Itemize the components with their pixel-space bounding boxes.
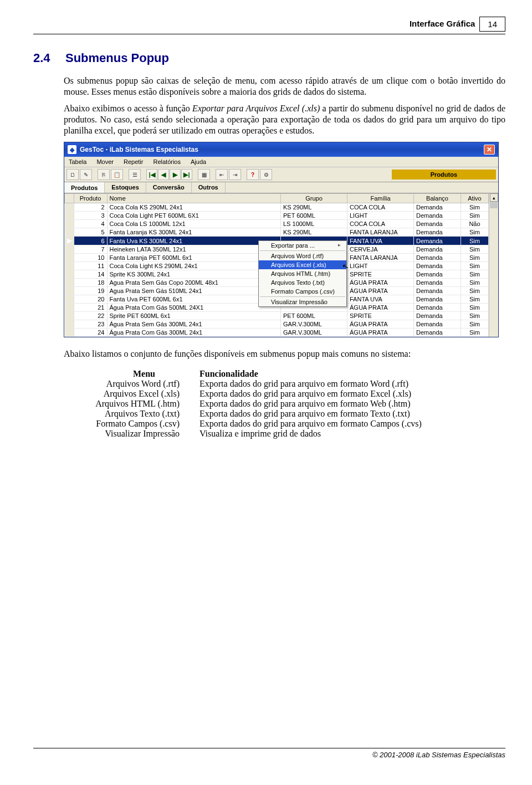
app-title: GesToc - iLab Sistemas Especialistas — [80, 146, 198, 153]
function-table: Menu Funcionalidade Arquivos Word (.rtf)… — [89, 369, 505, 439]
func-row: Arquivos HTML (.htm)Exporta dados do gri… — [89, 399, 505, 409]
context-visualizar[interactable]: Visualizar Impressão — [259, 297, 346, 306]
nav-first-icon[interactable]: |◀ — [146, 169, 157, 180]
table-row[interactable]: 24Água Prata Com Gás 300ML 24x1GAR.V.300… — [65, 329, 489, 337]
header-rule — [33, 34, 505, 34]
tool-new-icon[interactable]: 🗋 — [66, 169, 79, 180]
tool-indent-left-icon[interactable]: ⇤ — [216, 169, 228, 180]
section-title: Submenus Popup — [65, 51, 169, 65]
menubar: Tabela Mover Repetir Relatórios Ajuda — [64, 157, 498, 167]
toolbar: 🗋 ✎ ⎘ 📋 ☰ |◀ ◀ ▶ ▶| ▦ ⇤ ⇥ ? ⚙ Produtos — [64, 167, 498, 182]
nav-buttons: |◀ ◀ ▶ ▶| — [146, 169, 192, 180]
context-item[interactable]: Arquivos Texto (.txt) — [259, 278, 346, 287]
tool-indent-right-icon[interactable]: ⇥ — [229, 169, 241, 180]
table-row[interactable]: 23Água Prata Sem Gás 300ML 24x1GAR.V.300… — [65, 320, 489, 329]
table-row[interactable]: 22Sprite PET 600ML 6x1PET 600MLSPRITEDem… — [65, 312, 489, 320]
col-familia[interactable]: Família — [347, 194, 414, 203]
context-item[interactable]: Arquivos Word (.rtf) — [259, 252, 346, 260]
col-marker — [65, 194, 74, 203]
col-produto[interactable]: Produto — [74, 194, 107, 203]
footer: © 2001-2008 iLab Sistemas Especialistas — [33, 748, 505, 759]
close-button[interactable]: ✕ — [484, 145, 495, 155]
titlebar: ◆ GesToc - iLab Sistemas Especialistas ✕ — [64, 142, 498, 157]
menu-tabela[interactable]: Tabela — [66, 158, 89, 166]
func-row: Arquivos Texto (.txt)Exporta dados do gr… — [89, 409, 505, 419]
func-row: Arquivos Word (.rtf)Exporta dados do gri… — [89, 379, 505, 389]
col-balanco[interactable]: Balanço — [414, 194, 461, 203]
table-row[interactable]: 2Coca Cola KS 290ML 24x1KS 290MLCOCA COL… — [65, 203, 489, 212]
nav-next-icon[interactable]: ▶ — [170, 169, 181, 180]
context-item[interactable]: Arquivos Excel (.xls) — [259, 260, 346, 269]
tool-grid-icon[interactable]: ▦ — [198, 169, 210, 180]
menu-repetir[interactable]: Repetir — [121, 158, 145, 166]
vertical-scrollbar[interactable]: ▴ — [489, 193, 498, 337]
context-item[interactable]: Formato Campos (.csv) — [259, 287, 346, 296]
func-row: Arquivos Excel (.xls)Exporta dados do gr… — [89, 389, 505, 399]
nav-last-icon[interactable]: ▶| — [181, 169, 192, 180]
tool-paste-icon[interactable]: 📋 — [111, 169, 123, 180]
tabs: Produtos Estoques Conversão Outros — [64, 182, 498, 193]
data-grid[interactable]: Produto Nome Grupo Família Balanço Ativo… — [64, 193, 498, 337]
section-heading: 2.4 Submenus Popup — [33, 51, 505, 65]
tool-settings-icon[interactable]: ⚙ — [260, 169, 272, 180]
tab-estoques[interactable]: Estoques — [105, 182, 146, 193]
menu-mover[interactable]: Mover — [94, 158, 116, 166]
tool-edit-icon[interactable]: ✎ — [80, 169, 92, 180]
app-icon: ◆ — [68, 145, 76, 154]
section-number: 2.4 — [33, 51, 65, 65]
func-row: Formato Campos (.csv)Exporta dados do gr… — [89, 419, 505, 429]
tab-outros[interactable]: Outros — [192, 182, 226, 193]
page-number: 14 — [479, 17, 505, 32]
menu-relatorios[interactable]: Relatórios — [151, 158, 183, 166]
context-menu: Exportar para ...▸ Arquivos Word (.rtf)A… — [258, 240, 347, 307]
caption: Abaixo listamos o conjunto de funções di… — [64, 348, 505, 360]
context-header[interactable]: Exportar para ...▸ — [259, 241, 346, 250]
func-header-menu: Menu — [89, 369, 200, 379]
tool-tree-icon[interactable]: ☰ — [129, 169, 141, 180]
scroll-up-icon[interactable]: ▴ — [490, 193, 498, 202]
table-row[interactable]: 5Fanta Laranja KS 300ML 24x1KS 290MLFANT… — [65, 228, 489, 237]
para-1: Os submenus popup são caixas de seleção … — [64, 75, 505, 98]
nav-prev-icon[interactable]: ◀ — [158, 169, 169, 180]
context-item[interactable]: Arquivos HTML (.htm) — [259, 269, 346, 278]
table-row[interactable]: 4Coca Cola LS 1000ML 12x1LS 1000MLCOCA C… — [65, 220, 489, 228]
menu-ajuda[interactable]: Ajuda — [188, 158, 208, 166]
col-grupo[interactable]: Grupo — [281, 194, 347, 203]
tab-produtos[interactable]: Produtos — [64, 182, 105, 193]
tool-copy-icon[interactable]: ⎘ — [98, 169, 110, 180]
tool-help-icon[interactable]: ? — [247, 169, 259, 180]
table-row[interactable]: 3Coca Cola Light PET 600ML 6X1PET 600MLL… — [65, 212, 489, 220]
col-nome[interactable]: Nome — [107, 194, 281, 203]
func-row: Visualizar ImpressãoVisualiza e imprime … — [89, 429, 505, 439]
col-ativo[interactable]: Ativo — [461, 194, 489, 203]
func-header-func: Funcionalidade — [200, 369, 505, 379]
tab-conversao[interactable]: Conversão — [146, 182, 192, 193]
toolbar-module-label: Produtos — [392, 170, 496, 179]
app-window: ◆ GesToc - iLab Sistemas Especialistas ✕… — [64, 142, 499, 337]
header-title: Interface Gráfica — [410, 17, 475, 28]
footer-text: © 2001-2008 iLab Sistemas Especialistas — [33, 751, 505, 759]
para-2: Abaixo exibimos o acesso à função Export… — [64, 103, 505, 136]
